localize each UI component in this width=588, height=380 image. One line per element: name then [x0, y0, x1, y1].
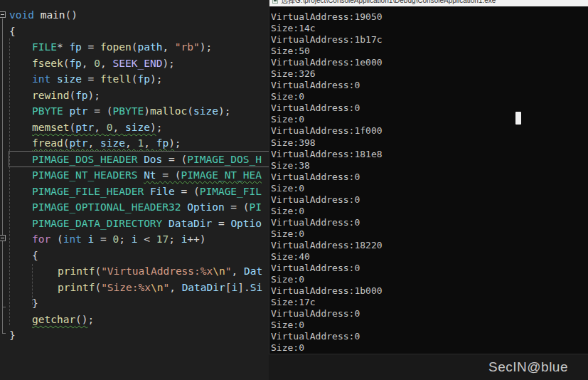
console-output-line: VirtualAddress:1b000 [269, 285, 588, 297]
console-window[interactable]: 选择G:\project\ConsoleApplication1\Debug\C… [269, 0, 588, 354]
code-token: } [9, 329, 16, 341]
code-token: File [150, 186, 175, 197]
code-token: Optio [230, 218, 262, 229]
code-token: ptr [69, 105, 87, 117]
code-token: int [63, 233, 82, 245]
console-output-line: VirtualAddress:0 [269, 331, 588, 342]
code-token: = ( [175, 186, 200, 197]
code-token: printf [58, 265, 95, 277]
code-token: Dat [244, 265, 262, 277]
console-output-line: Size:0 [269, 91, 588, 102]
code-line: for (int i = 0; i < 17; i++) [0, 231, 269, 248]
code-token: ; [119, 233, 131, 245]
code-token: PBYTE [113, 105, 144, 117]
code-editor-pane[interactable]: void main(){FILE* fp = fopen(path, "rb")… [0, 0, 269, 380]
code-token: * [57, 41, 69, 53]
code-line: memset(ptr, 0, size); [0, 120, 269, 136]
code-token: "rb" [175, 41, 200, 53]
console-output-line: Size:38 [269, 160, 588, 171]
code-token: ]. [237, 282, 250, 293]
console-output-line: Size:0 [269, 274, 588, 285]
code-line: printf("VirtualAddress:%x\n", Dat [0, 263, 269, 280]
code-line: rewind(fp); [0, 88, 269, 104]
code-line: PBYTE ptr = (PBYTE)malloc(size); [0, 103, 269, 120]
code-token: () [75, 314, 87, 325]
code-token: fread [32, 137, 63, 149]
code-token: FILE [32, 41, 57, 53]
console-output-line: VirtualAddress:18220 [269, 240, 588, 251]
code-token: 0 [113, 233, 119, 245]
code-token: for [32, 233, 50, 245]
code-token: PIMAGE_FIL [200, 186, 262, 197]
console-output-line: Size:0 [269, 342, 588, 354]
code-token: DataDir [182, 282, 225, 293]
console-output-line: VirtualAddress:1b17c [269, 34, 588, 46]
code-token: ( [69, 90, 75, 101]
code-token: getchar [32, 314, 75, 325]
console-selection-cursor [515, 112, 521, 125]
code-token [181, 201, 188, 213]
code-token: ); [200, 41, 212, 53]
console-output-line: Size:0 [269, 228, 588, 240]
code-token: ); [88, 90, 100, 101]
code-token: ptr [69, 137, 87, 149]
code-token: path [137, 41, 162, 53]
code-line: fseek(fp, 0, SEEK_END); [0, 56, 269, 72]
code-token: , [100, 58, 112, 69]
console-output-line: VirtualAddress:0 [269, 308, 588, 320]
code-token: PI [250, 201, 262, 213]
code-token: malloc [150, 105, 187, 117]
code-line: FILE* fp = fopen(path, "rb"); [0, 39, 269, 56]
code-token: "VirtualAddress:%x [101, 265, 213, 277]
code-token: "Size:%x [101, 282, 151, 293]
code-token: DataDir [169, 218, 212, 229]
code-token: fp [156, 137, 169, 149]
code-token: printf [58, 282, 95, 293]
code-token [82, 233, 88, 245]
code-token: PIMAGE_OPTIONAL_HEADER32 [32, 201, 181, 213]
console-output-line: Size:14c [269, 23, 588, 34]
code-token: = [82, 41, 100, 53]
code-token: ( [95, 265, 101, 277]
code-token: ( [95, 282, 101, 293]
code-token: 1 [137, 137, 144, 149]
console-output-line: Size:398 [269, 137, 588, 149]
code-line: fread(ptr, size, 1, fp); [0, 135, 269, 152]
console-output[interactable]: VirtualAddress:19050Size:14cVirtualAddre… [269, 6, 588, 354]
watermark-label: SecIN@blue [488, 359, 588, 375]
code-token: = ( [156, 169, 181, 181]
code-text-area[interactable]: void main(){FILE* fp = fopen(path, "rb")… [0, 7, 269, 344]
console-output-line: VirtualAddress:0 [269, 217, 588, 228]
code-token: 17 [156, 233, 169, 245]
code-line: } [0, 295, 269, 312]
code-token: PBYTE [32, 105, 63, 117]
code-token: fseek [32, 58, 63, 69]
code-token: fp [137, 73, 149, 85]
code-line: getchar(); [0, 312, 269, 328]
code-token: 0 [94, 58, 100, 69]
code-token: , [88, 137, 100, 149]
code-token [137, 169, 144, 181]
code-token: 0 [107, 122, 113, 133]
code-token: { [32, 250, 38, 261]
code-line: void main() [0, 7, 269, 23]
code-token: < [137, 233, 156, 245]
console-output-line: Size:40 [269, 251, 588, 263]
console-window-title: 选择G:\project\ConsoleApplication1\Debug\C… [281, 0, 496, 5]
console-output-line: Size:50 [269, 46, 588, 57]
code-token: PIMAGE_DATA_DIRECTORY [32, 218, 162, 229]
code-token: ) [144, 105, 150, 117]
code-token [144, 186, 150, 197]
code-token: ); [150, 73, 162, 85]
code-token: SEEK_END [113, 58, 163, 69]
code-token: rewind [32, 90, 69, 101]
console-app-icon [272, 0, 278, 4]
code-line: } [0, 327, 269, 344]
console-output-line: VirtualAddress:19050 [269, 11, 588, 23]
console-top-padding [269, 6, 588, 11]
console-output-line: VirtualAddress:181e8 [269, 149, 588, 160]
code-token: main [41, 9, 65, 21]
code-token: ; [88, 314, 95, 325]
code-token: , [169, 282, 181, 293]
console-titlebar[interactable]: 选择G:\project\ConsoleApplication1\Debug\C… [269, 0, 588, 6]
